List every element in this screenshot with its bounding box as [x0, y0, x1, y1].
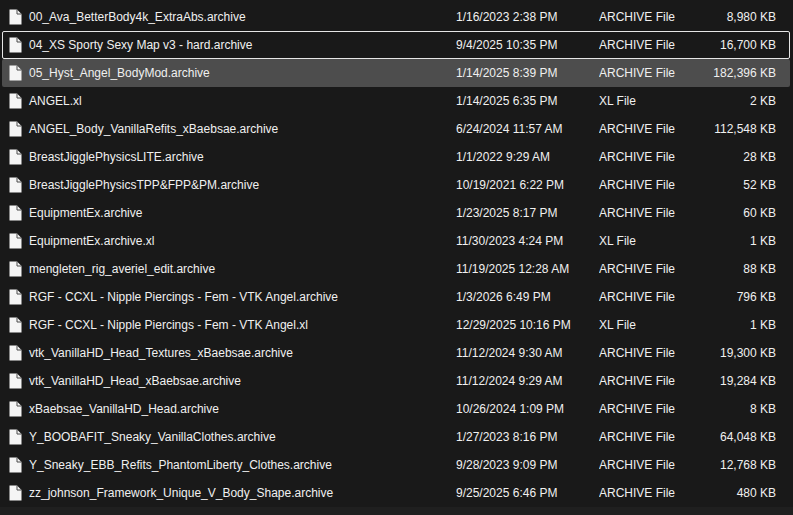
file-name-cell: xBaebsae_VanillaHD_Head.archive	[3, 401, 456, 417]
file-type: ARCHIVE File	[599, 430, 703, 444]
file-type: ARCHIVE File	[599, 402, 703, 416]
file-row[interactable]: EquipmentEx.archive.xl 11/30/2023 4:24 P…	[2, 227, 790, 255]
file-size: 1 KB	[703, 234, 789, 248]
file-name-cell: 04_XS Sporty Sexy Map v3 - hard.archive	[3, 37, 456, 53]
file-row[interactable]: xBaebsae_VanillaHD_Head.archive 10/26/20…	[2, 395, 790, 423]
file-type: ARCHIVE File	[599, 150, 703, 164]
document-page-icon	[9, 457, 22, 473]
file-row[interactable]: RGF - CCXL - Nipple Piercings - Fem - VT…	[2, 283, 790, 311]
file-name-cell: EquipmentEx.archive	[3, 205, 456, 221]
file-type: XL File	[599, 234, 703, 248]
file-size: 52 KB	[703, 178, 789, 192]
file-name-cell: vtk_VanillaHD_Head_xBaebsae.archive	[3, 373, 456, 389]
file-row[interactable]: vtk_VanillaHD_Head_xBaebsae.archive 11/1…	[2, 367, 790, 395]
file-row[interactable]: zz_johnson_Framework_Unique_V_Body_Shape…	[2, 479, 790, 507]
file-name: BreastJigglePhysicsLITE.archive	[29, 150, 204, 164]
file-date-modified: 10/26/2024 1:09 PM	[456, 402, 599, 416]
document-page-icon	[9, 429, 22, 445]
document-page-icon	[9, 177, 22, 193]
file-row[interactable]: 00_Ava_BetterBody4k_ExtraAbs.archive 1/1…	[2, 3, 790, 31]
file-row[interactable]: mengleten_rig_averiel_edit.archive 11/19…	[2, 255, 790, 283]
file-size: 16,700 KB	[703, 38, 789, 52]
file-type: ARCHIVE File	[599, 206, 703, 220]
file-date-modified: 1/23/2025 8:17 PM	[456, 206, 599, 220]
document-page-icon	[9, 373, 22, 389]
file-size: 19,300 KB	[703, 346, 789, 360]
file-date-modified: 11/12/2024 9:30 AM	[456, 346, 599, 360]
document-page-icon	[9, 289, 22, 305]
file-row[interactable]: EquipmentEx.archive 1/23/2025 8:17 PM AR…	[2, 199, 790, 227]
file-date-modified: 9/28/2023 9:09 PM	[456, 458, 599, 472]
file-size: 60 KB	[703, 206, 789, 220]
file-row[interactable]: BreastJigglePhysicsLITE.archive 1/1/2022…	[2, 143, 790, 171]
document-page-icon	[9, 149, 22, 165]
file-name-cell: zz_johnson_Framework_Unique_V_Body_Shape…	[3, 485, 456, 501]
file-row[interactable]: Y_Sneaky_EBB_Refits_PhantomLiberty_Cloth…	[2, 451, 790, 479]
file-row[interactable]: 05_Hyst_Angel_BodyMod.archive 1/14/2025 …	[2, 59, 790, 87]
file-type: ARCHIVE File	[599, 486, 703, 500]
file-type: ARCHIVE File	[599, 346, 703, 360]
document-page-icon	[9, 93, 22, 109]
horizontal-scrollbar-track[interactable]	[0, 507, 793, 515]
document-page-icon	[9, 485, 22, 501]
file-row[interactable]: Y_BOOBAFIT_Sneaky_VanillaClothes.archive…	[2, 423, 790, 451]
file-name: ANGEL.xl	[29, 94, 82, 108]
file-date-modified: 9/25/2025 6:46 PM	[456, 486, 599, 500]
file-size: 796 KB	[703, 290, 789, 304]
file-size: 64,048 KB	[703, 430, 789, 444]
file-date-modified: 11/12/2024 9:29 AM	[456, 374, 599, 388]
file-row[interactable]: 04_XS Sporty Sexy Map v3 - hard.archive …	[2, 31, 790, 59]
file-date-modified: 10/19/2021 6:22 PM	[456, 178, 599, 192]
file-date-modified: 1/16/2023 2:38 PM	[456, 10, 599, 24]
document-page-icon	[9, 261, 22, 277]
file-date-modified: 1/1/2022 9:29 AM	[456, 150, 599, 164]
file-name-cell: mengleten_rig_averiel_edit.archive	[3, 261, 456, 277]
file-name: xBaebsae_VanillaHD_Head.archive	[29, 402, 219, 416]
file-size: 19,284 KB	[703, 374, 789, 388]
file-size: 2 KB	[703, 94, 789, 108]
file-name-cell: ANGEL_Body_VanillaRefits_xBaebsae.archiv…	[3, 121, 456, 137]
file-name-cell: BreastJigglePhysicsLITE.archive	[3, 149, 456, 165]
file-row[interactable]: BreastJigglePhysicsTPP&FPP&PM.archive 10…	[2, 171, 790, 199]
document-page-icon	[9, 317, 22, 333]
file-type: ARCHIVE File	[599, 178, 703, 192]
file-name: ANGEL_Body_VanillaRefits_xBaebsae.archiv…	[29, 122, 278, 136]
file-type: ARCHIVE File	[599, 122, 703, 136]
file-row[interactable]: ANGEL.xl 1/14/2025 6:35 PM XL File 2 KB	[2, 87, 790, 115]
file-date-modified: 9/4/2025 10:35 PM	[456, 38, 599, 52]
document-page-icon	[9, 9, 22, 25]
file-size: 88 KB	[703, 262, 789, 276]
file-type: ARCHIVE File	[599, 458, 703, 472]
file-size: 112,548 KB	[703, 122, 789, 136]
document-page-icon	[9, 345, 22, 361]
file-date-modified: 11/30/2023 4:24 PM	[456, 234, 599, 248]
file-date-modified: 11/19/2025 12:28 AM	[456, 262, 599, 276]
file-name-cell: vtk_VanillaHD_Head_Textures_xBaebsae.arc…	[3, 345, 456, 361]
file-name: BreastJigglePhysicsTPP&FPP&PM.archive	[29, 178, 259, 192]
file-name-cell: RGF - CCXL - Nipple Piercings - Fem - VT…	[3, 317, 456, 333]
file-list: 00_Ava_BetterBody4k_ExtraAbs.archive 1/1…	[0, 0, 793, 507]
file-type: ARCHIVE File	[599, 374, 703, 388]
file-type: ARCHIVE File	[599, 262, 703, 276]
file-row[interactable]: RGF - CCXL - Nipple Piercings - Fem - VT…	[2, 311, 790, 339]
file-type: ARCHIVE File	[599, 38, 703, 52]
document-page-icon	[9, 65, 22, 81]
file-name-cell: 00_Ava_BetterBody4k_ExtraAbs.archive	[3, 9, 456, 25]
file-name: mengleten_rig_averiel_edit.archive	[29, 262, 215, 276]
file-name: RGF - CCXL - Nipple Piercings - Fem - VT…	[29, 318, 308, 332]
file-name: 00_Ava_BetterBody4k_ExtraAbs.archive	[29, 10, 246, 24]
file-size: 12,768 KB	[703, 458, 789, 472]
file-row[interactable]: vtk_VanillaHD_Head_Textures_xBaebsae.arc…	[2, 339, 790, 367]
document-page-icon	[9, 401, 22, 417]
document-page-icon	[9, 121, 22, 137]
file-size: 182,396 KB	[703, 66, 789, 80]
file-name: RGF - CCXL - Nipple Piercings - Fem - VT…	[29, 290, 338, 304]
file-row[interactable]: ANGEL_Body_VanillaRefits_xBaebsae.archiv…	[2, 115, 790, 143]
file-type: XL File	[599, 318, 703, 332]
file-name: EquipmentEx.archive.xl	[29, 234, 154, 248]
file-date-modified: 1/27/2023 8:16 PM	[456, 430, 599, 444]
file-type: XL File	[599, 94, 703, 108]
file-name-cell: Y_BOOBAFIT_Sneaky_VanillaClothes.archive	[3, 429, 456, 445]
file-size: 1 KB	[703, 318, 789, 332]
file-date-modified: 6/24/2024 11:57 AM	[456, 122, 599, 136]
